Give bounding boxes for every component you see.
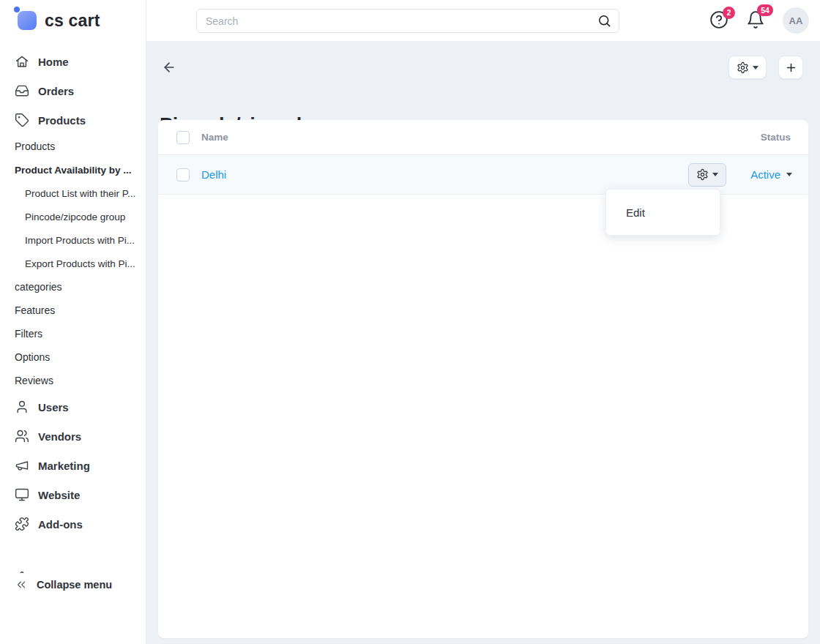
sidebar-item-categories[interactable]: categories [0,275,145,299]
sidebar-item-label: Filters [15,328,42,340]
help-badge: 2 [723,7,735,19]
brand-name: cs cart [45,11,100,31]
brand-logo[interactable]: cs cart [0,0,146,41]
row-name-link[interactable]: Delhi [201,168,226,181]
menu-item-edit[interactable]: Edit [606,195,720,229]
help-button[interactable]: 2 [709,10,730,31]
vendors-icon [15,429,29,443]
cscart-logo-icon [18,11,37,30]
sidebar-item-label: Features [15,304,55,316]
sidebar-item-label: Product Availability by ... [15,165,132,176]
sidebar-item-label: Export Products with Pi... [25,258,135,269]
row-status-dropdown[interactable]: Active [750,168,792,181]
sidebar-item-reviews[interactable]: Reviews [0,369,145,392]
orders-icon [15,83,29,98]
logo-dot [14,7,20,12]
sidebar-item-product-list-with-their-p[interactable]: Product List with their P... [0,181,145,205]
sidebar-item-label: Orders [38,85,74,97]
status-badge: Active [750,168,780,181]
search-input[interactable] [196,9,619,33]
user-avatar[interactable]: AA [783,7,809,34]
sidebar-item-label: Website [38,489,80,501]
marketing-icon [15,458,29,473]
sidebar-item-label: Import Products with Pi... [25,235,135,246]
sidebar-item-products[interactable]: Products [0,105,145,135]
row-actions: Active [688,163,792,187]
sidebar-item-label: Products [38,114,86,127]
sidebar-item-options[interactable]: Options [0,345,145,369]
notifications-badge: 54 [757,4,773,16]
sidebar: cs cart HomeOrdersProductsProductsProduc… [0,0,146,644]
groups-table-card: Name Status DelhiActive Edit [158,120,808,638]
addons-icon [15,517,29,531]
row-actions-menu: Edit [605,189,720,236]
sidebar-item-product-availability-by[interactable]: Product Availability by ... [0,158,145,181]
sidebar-item-home[interactable]: Home [0,47,145,76]
sidebar-item-label: Pincode/zipcode group [25,211,125,222]
sidebar-item-website[interactable]: Website [0,480,145,509]
sidebar-item-features[interactable]: Features [0,299,145,322]
sidebar-item-import-products-with-pi[interactable]: Import Products with Pi... [0,228,145,252]
search-bar [196,9,619,33]
select-all-checkbox[interactable] [176,131,190,144]
products-icon [15,113,29,127]
chevron-down-icon [753,66,758,70]
sidebar-item-users[interactable]: Users [0,392,145,422]
sidebar-footer: Collapse menu [0,573,146,644]
chevron-down-icon [712,173,718,176]
sidebar-item-marketing[interactable]: Marketing [0,451,145,480]
chevron-down-icon [786,173,792,176]
back-button[interactable] [162,60,176,75]
website-icon [15,487,29,502]
sidebar-item-label: categories [15,281,62,293]
sidebar-item-pincode-zipcode-group[interactable]: Pincode/zipcode group [0,205,145,228]
search-icon[interactable] [597,14,611,28]
column-header-name: Name [201,132,228,143]
sidebar-item-export-products-with-pi[interactable]: Export Products with Pi... [0,252,145,275]
sidebar-item-label: Products [15,141,55,152]
plus-icon [785,61,797,74]
home-icon [15,54,29,69]
row-settings-dropdown-button[interactable] [688,163,726,187]
sidebar-item-label: Product List with their P... [25,188,135,199]
gear-icon [737,61,749,74]
sidebar-item-filters[interactable]: Filters [0,322,145,345]
row-checkbox[interactable] [176,168,190,181]
column-header-status: Status [761,132,791,143]
collapse-menu-label: Collapse menu [37,579,112,591]
add-group-button[interactable] [778,56,803,79]
page-settings-dropdown-button[interactable] [728,56,767,79]
sidebar-item-orders[interactable]: Orders [0,76,145,105]
gear-icon [696,168,709,181]
sidebar-item-label: Reviews [15,375,53,386]
sidebar-item-label: Vendors [38,430,81,443]
chevrons-left-icon [15,578,28,591]
sidebar-item-label: Add-ons [38,518,83,531]
users-icon [15,400,29,414]
sidebar-nav: HomeOrdersProductsProductsProduct Availa… [0,41,145,644]
notifications-button[interactable]: 54 [746,10,767,31]
sidebar-item-products[interactable]: Products [0,135,145,158]
sidebar-item-vendors[interactable]: Vendors [0,422,145,451]
sidebar-item-label: Marketing [38,460,90,472]
sidebar-item-label: Options [15,351,50,363]
topbar: 2 54 AA [146,0,820,41]
collapse-menu-button[interactable]: Collapse menu [0,573,146,596]
sidebar-item-label: Users [38,401,69,413]
main-content: Pincode/zipcode group Name Status DelhiA… [146,41,820,644]
table-header: Name Status [158,120,808,155]
sidebar-item-add-ons[interactable]: Add-ons [0,509,145,539]
sidebar-item-label: Home [38,56,69,68]
